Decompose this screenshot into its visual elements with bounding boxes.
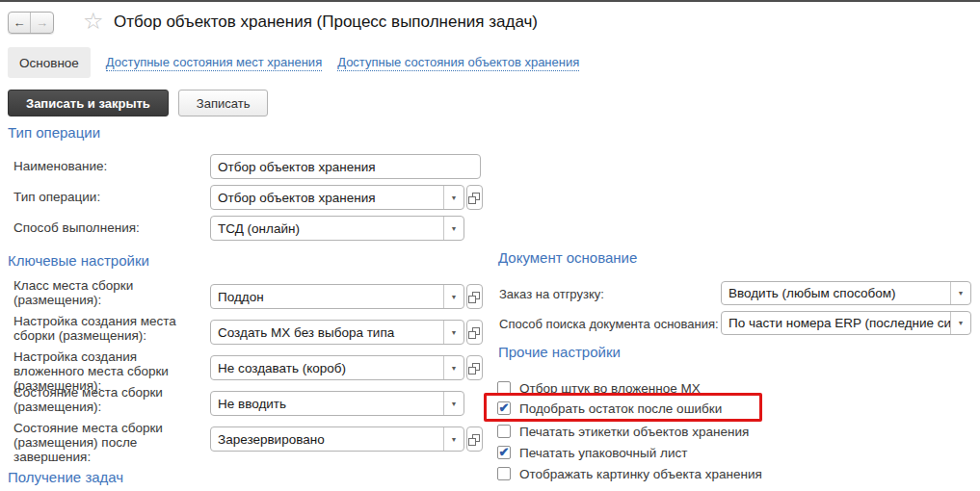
section-base-document: Документ основание [498,249,637,266]
place-state-value[interactable]: Не вводить [211,392,443,415]
save-button[interactable]: Записать [178,90,269,116]
final-state-combo[interactable]: Зарезервировано ▼ [210,426,464,452]
favorite-star-icon[interactable]: ☆ [83,8,104,36]
tab-link-object-states[interactable]: Доступные состояния объектов хранения [337,55,579,71]
doc-search-value[interactable]: По части номера ERP (последние сим [722,312,950,334]
final-state-choose-button[interactable] [466,426,483,452]
open-list-icon [472,292,480,299]
back-button[interactable]: ← [9,13,31,33]
checkbox-row-pick-into-nested[interactable]: ✔ Отбор штук во вложенное МХ [497,378,701,398]
operation-type-choose-button[interactable] [466,185,483,210]
tab-main[interactable]: Основное [8,47,91,78]
place-creation-value[interactable]: Создать МХ без выбора типа [211,321,443,344]
exec-method-value[interactable]: ТСД (онлайн) [211,217,443,240]
chevron-down-icon: ▼ [451,436,458,443]
save-and-close-button[interactable]: Записать и закрыть [8,90,169,116]
forward-button[interactable]: → [31,13,53,33]
checkbox[interactable]: ✔ [497,381,511,395]
checkbox-label: Отображать картинку объекта хранения [519,467,762,481]
section-task-receiving: Получение задач [8,469,123,485]
exec-method-dropdown-button[interactable]: ▼ [443,217,464,240]
operation-type-label: Тип операции: [13,190,100,204]
checkbox[interactable]: ✔ [497,467,511,480]
check-icon: ✔ [499,401,510,414]
section-operation-type: Тип операции [8,124,100,141]
chevron-down-icon: ▼ [958,290,965,297]
checkbox-row-show-object-picture[interactable]: ✔ Отображать картинку объекта хранения [497,464,762,483]
back-arrow-icon: ← [13,15,26,30]
checkbox-label: Отбор штук во вложенное МХ [519,381,701,396]
place-state-combo[interactable]: Не вводить ▼ [210,391,464,416]
final-state-value[interactable]: Зарезервировано [211,427,443,451]
shipping-order-dropdown-button[interactable]: ▼ [950,282,970,304]
shipping-order-combo[interactable]: Вводить (любым способом) ▼ [721,281,971,305]
checkbox-label: Подобрать остаток после ошибки [519,401,722,416]
place-state-dropdown-button[interactable]: ▼ [443,392,464,415]
place-creation-choose-button[interactable] [466,320,483,345]
place-creation-label: Настройка создания места сборки (размеще… [13,314,206,343]
operation-type-dropdown-button[interactable]: ▼ [443,186,464,209]
nested-place-dropdown-button[interactable]: ▼ [443,356,464,379]
doc-search-combo[interactable]: По части номера ERP (последние сим ▼ [721,311,971,335]
checkbox[interactable]: ✔ [497,401,511,415]
checkbox[interactable]: ✔ [497,446,511,459]
chevron-down-icon: ▼ [451,194,458,201]
tab-bar: Основное Доступные состояния мест хранен… [8,46,579,79]
tab-link-place-states[interactable]: Доступные состояния мест хранения [106,55,322,71]
section-key-settings: Ключевые настройки [8,252,149,269]
doc-search-dropdown-button[interactable]: ▼ [950,312,970,334]
nested-place-choose-button[interactable] [466,355,483,380]
form-window: ← → ☆ Отбор объектов хранения (Процесс в… [0,0,980,491]
open-list-icon [472,327,480,335]
nested-place-value[interactable]: Не создавать (короб) [211,356,443,379]
open-list-icon [472,363,480,371]
forward-arrow-icon: → [36,15,48,30]
final-state-dropdown-button[interactable]: ▼ [443,427,464,451]
nested-place-combo[interactable]: Не создавать (короб) ▼ [210,355,464,380]
doc-search-label: Способ поиска документа основания: [499,317,719,331]
chevron-down-icon: ▼ [451,225,458,232]
operation-type-value[interactable]: Отбор объектов хранения [211,186,443,209]
checkbox-row-print-packing-list[interactable]: ✔ Печатать упаковочный лист [497,443,687,462]
checkbox-row-pick-remainder-after-error[interactable]: ✔ Подобрать остаток после ошибки [497,399,722,418]
final-state-label: Состояние места сборки (размещения) посл… [13,421,211,464]
place-creation-dropdown-button[interactable]: ▼ [443,321,464,344]
assembly-class-dropdown-button[interactable]: ▼ [443,285,464,308]
exec-method-label: Способ выполнения: [13,220,140,235]
page-title: Отбор объектов хранения (Процесс выполне… [114,13,538,32]
name-label: Наименование: [13,159,107,173]
checkbox-row-print-labels[interactable]: ✔ Печатать этикетки объектов хранения [497,422,749,441]
checkbox-label: Печатать этикетки объектов хранения [519,425,749,439]
shipping-order-value[interactable]: Вводить (любым способом) [722,282,950,304]
name-input[interactable]: Отбор объектов хранения [210,154,481,179]
place-creation-combo[interactable]: Создать МХ без выбора типа ▼ [210,320,464,345]
open-list-icon [472,434,480,442]
assembly-class-label: Класс места сборки (размещения): [13,278,206,307]
chevron-down-icon: ▼ [958,320,965,326]
operation-type-combo[interactable]: Отбор объектов хранения ▼ [210,185,464,210]
chevron-down-icon: ▼ [451,365,458,372]
check-icon: ✔ [499,446,510,458]
command-bar: Записать и закрыть Записать [8,90,268,116]
name-input-value[interactable]: Отбор объектов хранения [211,155,480,178]
assembly-class-value[interactable]: Поддон [211,285,443,308]
chevron-down-icon: ▼ [451,329,458,336]
checkbox[interactable]: ✔ [497,425,511,438]
checkbox-label: Печатать упаковочный лист [519,446,687,460]
history-nav-group: ← → [8,12,54,34]
section-other-settings: Прочие настройки [498,344,621,360]
open-list-icon [472,193,480,200]
shipping-order-label: Заказ на отгрузку: [499,287,604,301]
chevron-down-icon: ▼ [451,401,458,407]
assembly-class-choose-button[interactable] [466,284,483,309]
exec-method-combo[interactable]: ТСД (онлайн) ▼ [210,216,464,241]
place-state-label: Состояние места сборки (размещения): [13,385,168,414]
assembly-class-combo[interactable]: Поддон ▼ [210,284,464,309]
chevron-down-icon: ▼ [451,294,458,300]
